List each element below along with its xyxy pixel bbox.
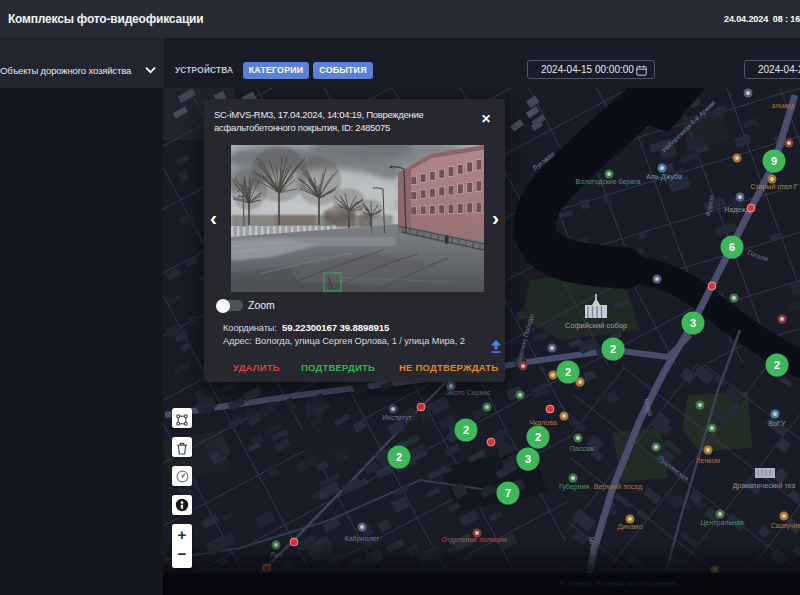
svg-text:2: 2 — [774, 359, 780, 371]
svg-text:Софийский собор: Софийский собор — [565, 321, 627, 330]
svg-text:Верхний посад: Верхний посад — [594, 483, 643, 491]
svg-text:Центральная: Центральная — [700, 519, 743, 527]
svg-text:Губерния: Губерния — [559, 483, 589, 491]
svg-text:Сазвучие: Сазвучие — [771, 522, 800, 530]
svg-text:Ленком: Ленком — [696, 457, 720, 464]
svg-text:Чкалова: Чкалова — [529, 419, 556, 426]
svg-text:6: 6 — [729, 241, 735, 253]
svg-text:2: 2 — [610, 343, 616, 355]
svg-text:Динамо: Динамо — [617, 523, 642, 531]
svg-text:Старый отел Г: Старый отел Г — [750, 183, 797, 191]
svg-text:3: 3 — [525, 453, 531, 465]
svg-text:ВоГУ: ВоГУ — [769, 420, 786, 427]
svg-text:9: 9 — [771, 155, 777, 167]
svg-text:альмед: альмед — [772, 102, 795, 110]
svg-text:Пассаж: Пассаж — [570, 445, 595, 452]
svg-text:2: 2 — [565, 366, 571, 378]
svg-text:2: 2 — [535, 431, 541, 443]
svg-text:Институт: Институт — [382, 414, 412, 422]
svg-text:7: 7 — [505, 487, 511, 499]
svg-text:Драматический теа: Драматический теа — [733, 482, 796, 490]
svg-text:© Яндекс Условия использовани: © Яндекс Условия использования — [560, 579, 678, 588]
svg-text:Вологодские берега: Вологодские берега — [576, 178, 641, 186]
svg-text:2: 2 — [463, 424, 469, 436]
svg-text:2: 2 — [396, 451, 402, 463]
svg-text:Аль-Джуба: Аль-Джуба — [646, 173, 682, 181]
svg-text:3: 3 — [690, 317, 696, 329]
